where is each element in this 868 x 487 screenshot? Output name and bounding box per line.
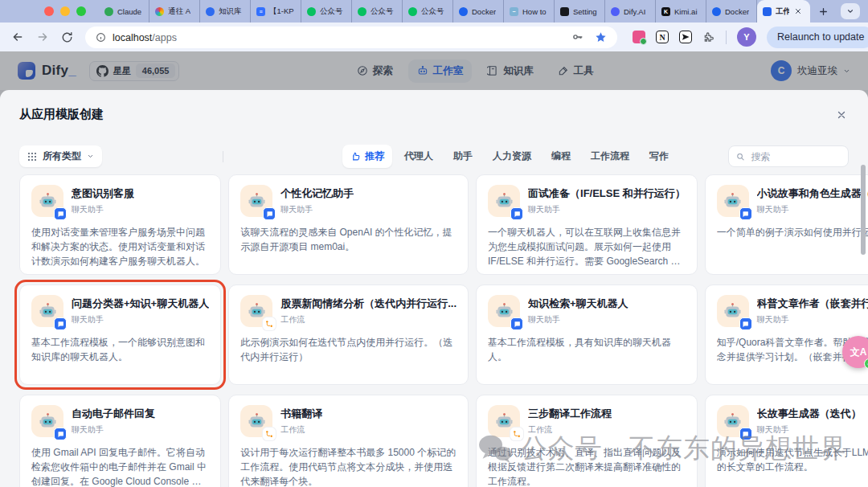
category-tab-5[interactable]: 工作流程: [583, 145, 637, 168]
grid-dots-icon: [27, 152, 37, 162]
browser-tab[interactable]: Claude: [99, 0, 149, 23]
template-card-title: 小说故事和角色生成器（简单并行运...: [757, 186, 868, 201]
browser-tab[interactable]: ~How to: [504, 0, 555, 23]
reload-button[interactable]: [61, 31, 73, 43]
template-card[interactable]: 书籍翻译工作流设计用于每次运行翻译整本书最多 15000 个标记的工作流程。使用…: [228, 395, 469, 487]
url-host: localhost: [113, 32, 152, 43]
template-card[interactable]: 问题分类器+知识+聊天机器人聊天助手基本工作流程模板，一个能够识别意图和知识库的…: [19, 284, 221, 385]
browser-tab[interactable]: 公众号: [301, 0, 352, 23]
nav-item-explore[interactable]: 探索: [348, 59, 402, 83]
template-card-desc: 该聊天流程的灵感来自 OpenAI 的个性化记忆，提示源自开源项目 mem0ai…: [240, 225, 457, 254]
browser-tab[interactable]: Docker: [453, 0, 504, 23]
browser-window: Claude通往 A知识库≡【1-KP公众号公众号公众号Docker~How t…: [0, 0, 868, 51]
browser-tab[interactable]: 公众号: [403, 0, 453, 23]
robot-icon: [417, 65, 428, 76]
page-content: Dify_ 星星 46,055 探索工作室知识库工具 C 坎迪亚埃 从应用模版创…: [0, 51, 868, 487]
chat-badge-icon: [739, 317, 752, 330]
template-card[interactable]: 意图识别客服聊天助手使用对话变量来管理客户服务场景中问题和解决方案的状态。使用对…: [19, 174, 221, 275]
github-star-badge[interactable]: 星星 46,055: [89, 61, 180, 81]
minimize-window-button[interactable]: [60, 6, 70, 16]
card-header: 科普文章作者（嵌套并行）聊天助手: [717, 295, 868, 327]
tab-close-icon[interactable]: [794, 7, 802, 15]
browser-tab[interactable]: KKimi.ai: [656, 0, 706, 23]
back-button[interactable]: [11, 31, 24, 43]
url-bar[interactable]: localhost/apps: [85, 27, 617, 48]
browser-tab[interactable]: Docker: [706, 0, 757, 23]
template-search[interactable]: [728, 145, 849, 167]
template-card-type: 聊天助手: [72, 314, 209, 325]
modal-close-button[interactable]: [836, 109, 847, 121]
category-tab-6[interactable]: 写作: [641, 145, 677, 168]
github-repo-label: 星星: [113, 65, 131, 77]
browser-tab[interactable]: 公众号: [352, 0, 403, 23]
template-card[interactable]: 长故事生成器（迭代）聊天助手演示如何使用迭代节点生成长于LLMs上下文长度的长文…: [705, 395, 868, 487]
browser-tab[interactable]: Setting: [555, 0, 605, 23]
maximize-window-button[interactable]: [76, 6, 86, 16]
close-window-button[interactable]: [44, 6, 54, 16]
template-card-type: 工作流: [528, 424, 612, 436]
category-tab-3[interactable]: 人力资源: [485, 145, 539, 168]
new-tab-button[interactable]: [818, 6, 829, 17]
tab-search-button[interactable]: [841, 3, 860, 19]
category-tab-1[interactable]: 代理人: [396, 145, 441, 168]
template-card[interactable]: 个性化记忆助手聊天助手该聊天流程的灵感来自 OpenAI 的个性化记忆，提示源自…: [228, 174, 469, 275]
template-card[interactable]: 知识检索+聊天机器人聊天助手基本工作流程模板，具有知识库的聊天机器人。: [476, 284, 698, 385]
browser-tab-label: Claude: [117, 7, 141, 16]
category-tab-4[interactable]: 编程: [543, 145, 579, 168]
browser-tab-label: Docker: [725, 7, 749, 16]
browser-tab-label: 通往 A: [168, 6, 190, 17]
template-card[interactable]: 面试准备（IF/ELSE 和并行运行）聊天助手一个聊天机器人，可以在互联网上收集…: [476, 174, 698, 275]
bookmark-star-button[interactable]: [595, 31, 607, 43]
modal-scrollbar[interactable]: [861, 165, 866, 255]
template-card[interactable]: 三步翻译工作流程工作流通过识别技术术语、直译、指出直译问题以及根据反馈进行第二次…: [476, 395, 698, 487]
send-extension-icon[interactable]: [679, 31, 692, 43]
browser-tab[interactable]: 知识库: [200, 0, 251, 23]
template-card[interactable]: 小说故事和角色生成器（简单并行运...聊天助手一个简单的例子演示如何使用并行运行…: [705, 174, 868, 275]
app-type-filter-label: 所有类型: [43, 149, 81, 163]
nav-item-knowledge[interactable]: 知识库: [478, 59, 542, 83]
browser-profile-avatar[interactable]: Y: [737, 27, 756, 47]
browser-tab[interactable]: 工作: [757, 0, 810, 23]
app-type-filter[interactable]: 所有类型: [19, 145, 102, 167]
search-input[interactable]: [749, 150, 841, 163]
template-card[interactable]: 科普文章作者（嵌套并行）聊天助手知乎/Quora科普文章作者。帮助用户更快地理解…: [705, 284, 868, 385]
card-header: 意图识别客服聊天助手: [31, 185, 209, 217]
nav-item-tools[interactable]: 工具: [549, 59, 603, 83]
nav-item-studio[interactable]: 工作室: [408, 59, 473, 83]
browser-tab-label: How to: [522, 7, 547, 16]
card-header: 个性化记忆助手聊天助手: [240, 185, 457, 217]
dify-site-favicon: [611, 7, 620, 16]
browser-tab-bar: Claude通往 A知识库≡【1-KP公众号公众号公众号Docker~How t…: [0, 0, 868, 23]
docker-favicon: [459, 7, 468, 16]
dify-logo[interactable]: Dify_ 星星 46,055: [18, 61, 179, 81]
forward-button[interactable]: [36, 31, 49, 43]
browser-tab[interactable]: 通往 A: [149, 0, 200, 23]
extensions-puzzle-button[interactable]: [702, 31, 715, 43]
password-extension-icon[interactable]: [633, 31, 645, 43]
template-card-title: 三步翻译工作流程: [528, 407, 612, 421]
chat-badge-icon: [263, 207, 276, 220]
notion-extension-icon[interactable]: N: [656, 31, 669, 43]
card-header: 知识检索+聊天机器人聊天助手: [488, 295, 686, 327]
browser-tab[interactable]: Dify.AI: [605, 0, 656, 23]
template-card[interactable]: 股票新闻情绪分析（迭代内并行运行...工作流此示例演示如何在迭代节点内使用并行运…: [228, 284, 469, 385]
password-key-button[interactable]: [571, 31, 584, 43]
browser-tab[interactable]: ≡【1-KP: [251, 0, 301, 23]
template-card-desc: 基本工作流程模板，一个能够识别意图和知识库的聊天机器人。: [31, 335, 209, 364]
user-menu[interactable]: C 坎迪亚埃: [771, 60, 850, 81]
kimi-favicon: K: [661, 7, 670, 16]
translate-floating-button[interactable]: 文A ✓: [842, 336, 868, 368]
dify-logo-underscore: _: [68, 63, 76, 79]
chevron-down-icon: [87, 153, 94, 160]
card-header: 问题分类器+知识+聊天机器人聊天助手: [31, 295, 209, 327]
relaunch-to-update-button[interactable]: Relaunch to update: [767, 27, 868, 48]
template-card[interactable]: 自动电子邮件回复聊天助手使用 Gmail API 回复电子邮件。它将自动检索您收…: [19, 395, 221, 487]
robot-app-icon: [717, 405, 749, 437]
template-card-type: 聊天助手: [280, 204, 354, 215]
template-card-title: 长故事生成器（迭代）: [757, 407, 862, 421]
github-star-count: 46,055: [136, 63, 176, 78]
category-tab-0[interactable]: 推荐: [342, 145, 392, 168]
site-info-icon[interactable]: [96, 32, 106, 43]
category-tab-2[interactable]: 助手: [445, 145, 481, 168]
template-card-type: 聊天助手: [528, 204, 686, 215]
